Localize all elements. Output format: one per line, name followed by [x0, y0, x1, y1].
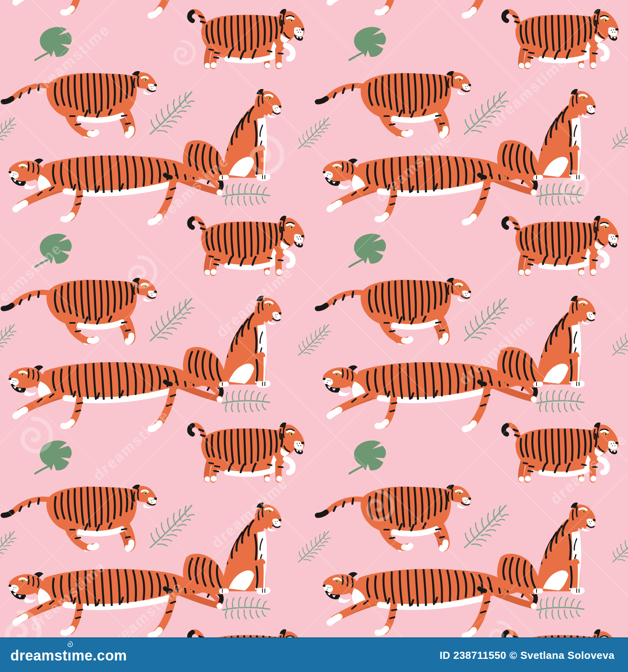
- watermark-text: dreamstime: [372, 128, 455, 206]
- tiger-pattern-illustration: dreamstimedreamstimedreamstimedreamstime…: [0, 0, 628, 637]
- watermark-text: dreamstime: [208, 474, 292, 552]
- watermark-text: dreamstime: [89, 407, 173, 484]
- watermark-text: dreamstime: [103, 578, 187, 637]
- image-credit: ID 238711550 © Svetlana Soloveva: [439, 649, 614, 662]
- watermark-text-layer: dreamstimedreamstimedreamstimedreamstime…: [0, 0, 628, 637]
- watermark-text: dreamstime: [547, 431, 628, 508]
- logo-text-pre: dreamst: [10, 647, 68, 664]
- watermark-text: dreamstime: [30, 21, 113, 99]
- watermark-text: dreamstime: [455, 311, 539, 389]
- watermark-text: dreamstime: [0, 240, 66, 317]
- dreamstime-logo: dreamstıme.com: [10, 647, 127, 664]
- logo-spiral-icon: [66, 641, 73, 648]
- logo-i: ı: [68, 647, 72, 664]
- watermark-text: dreamstime: [213, 264, 296, 341]
- watermark-text: dreamstime: [487, 53, 571, 130]
- watermark-text: dreamstime: [149, 152, 233, 230]
- stock-image-preview: dreamstimedreamstimedreamstimedreamstime…: [0, 0, 628, 672]
- logo-text-post: me.com: [72, 647, 127, 664]
- credit-bar: dreamstıme.com ID 238711550 © Svetlana S…: [0, 637, 628, 672]
- watermark-text: dreamstime: [26, 558, 109, 635]
